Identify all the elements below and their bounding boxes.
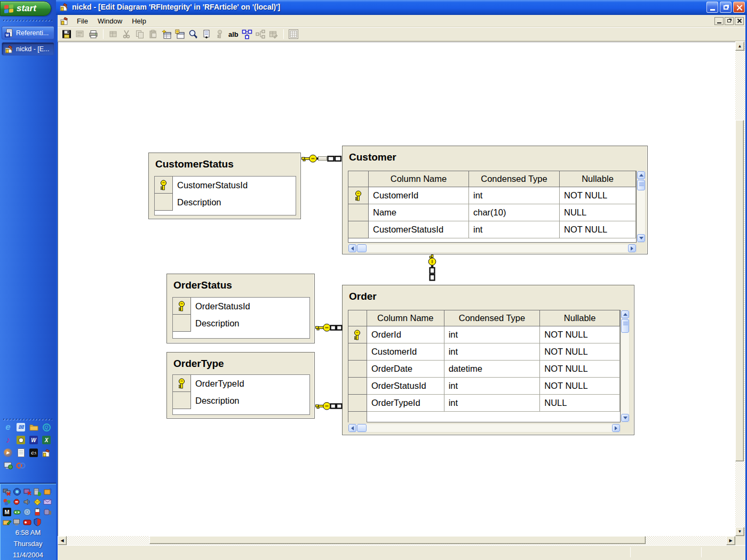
save-icon[interactable] — [61, 28, 73, 40]
tray-game-icon[interactable] — [13, 508, 21, 516]
tray-sync-folder-icon[interactable] — [43, 487, 52, 496]
paste-icon[interactable] — [147, 28, 159, 40]
diagram-canvas[interactable]: CustomerStatus CustomerStatusId Descript… — [58, 42, 735, 536]
tray-ati-icon[interactable] — [23, 518, 31, 526]
scroll-right-button[interactable] — [628, 244, 636, 252]
scroll-down-button[interactable] — [637, 234, 645, 242]
scrollbar-thumb[interactable] — [357, 244, 367, 252]
cell-nullable[interactable]: NOT NULL — [560, 187, 636, 204]
row-selector[interactable] — [348, 221, 369, 238]
table-row[interactable]: Name char(10) NULL — [348, 204, 636, 221]
row-selector-pk[interactable] — [348, 326, 367, 343]
table-customerstatus[interactable]: CustomerStatus CustomerStatusId Descript… — [148, 153, 301, 219]
table-customer[interactable]: Customer Column Name Condensed Type Null… — [342, 146, 648, 254]
clock-app-icon[interactable] — [15, 435, 26, 445]
dependencies-icon[interactable] — [255, 28, 266, 40]
script-icon[interactable] — [201, 28, 212, 40]
table-title[interactable]: Order — [349, 291, 377, 302]
cell-nullable[interactable]: NOT NULL — [540, 361, 620, 378]
mdi-minimize-button[interactable] — [714, 17, 724, 25]
modify-table-icon[interactable] — [268, 28, 280, 40]
table-title[interactable]: Customer — [349, 151, 396, 163]
column-name[interactable]: Description — [195, 392, 240, 409]
media-player-icon[interactable]: ▶ — [3, 447, 13, 458]
row-selector[interactable] — [348, 361, 367, 378]
tray-users-icon[interactable] — [3, 498, 11, 506]
scroll-up-button[interactable] — [621, 310, 629, 318]
print-icon[interactable] — [88, 28, 99, 40]
tray-messenger-icon[interactable]: M — [3, 508, 11, 516]
tray-mail-icon[interactable] — [43, 498, 52, 506]
table-horizontal-scrollbar[interactable] — [348, 244, 637, 253]
cell-column-name[interactable]: OrderTypeId — [367, 395, 444, 412]
table-title[interactable]: OrderStatus — [173, 279, 232, 291]
cell-column-name[interactable]: CustomerStatusId — [369, 221, 469, 238]
scroll-left-button[interactable] — [348, 244, 356, 252]
scroll-up-button[interactable] — [637, 171, 645, 179]
tray-cd-icon[interactable] — [23, 508, 31, 516]
cell-nullable[interactable]: NULL — [540, 395, 620, 412]
mdi-child-icon[interactable] — [60, 17, 69, 25]
word-icon[interactable]: W — [28, 435, 39, 445]
cell-nullable[interactable]: NOT NULL — [540, 326, 620, 343]
title-bar[interactable]: nickd - [Edit Diagram 'RFIntegrity' in '… — [56, 0, 747, 15]
relationship-ordertype-order[interactable] — [315, 402, 343, 411]
cell-nullable[interactable]: NULL — [560, 204, 636, 221]
primary-key-icon[interactable] — [214, 28, 226, 40]
visual-studio-icon[interactable] — [15, 460, 26, 471]
menu-file[interactable]: File — [72, 15, 93, 27]
mdi-restore-button[interactable] — [725, 17, 734, 25]
folder-icon[interactable] — [28, 422, 39, 433]
table-ordertype[interactable]: OrderType OrderTypeId Description — [166, 352, 315, 419]
cell-column-name[interactable]: CustomerId — [369, 187, 469, 204]
column-name[interactable]: CustomerStatusId — [177, 177, 248, 194]
row-selector-pk[interactable] — [155, 177, 173, 194]
table-order[interactable]: Order Column Name Condensed Type Nullabl… — [342, 285, 634, 435]
quicktime-icon[interactable]: Q — [41, 422, 52, 433]
relationships-icon[interactable] — [241, 28, 253, 40]
taskbar-button-referential[interactable]: Referenti... — [2, 26, 54, 39]
internet-explorer-icon[interactable]: e — [3, 422, 13, 433]
row-selector[interactable] — [348, 395, 367, 412]
scroll-left-button[interactable]: ◀ — [58, 536, 67, 545]
outlook-express-icon[interactable]: ✉ — [15, 422, 26, 433]
new-table-icon[interactable] — [161, 28, 172, 40]
music-player-icon[interactable]: ♪ — [3, 435, 13, 445]
row-selector[interactable] — [173, 315, 191, 332]
column-name[interactable]: Description — [195, 315, 240, 332]
table-vertical-scrollbar[interactable] — [637, 171, 646, 243]
cell-type[interactable]: int — [444, 343, 541, 361]
row-selector[interactable] — [348, 378, 367, 395]
row-selector-pk[interactable] — [173, 375, 191, 392]
tray-shield-icon[interactable] — [33, 518, 42, 526]
scrollbar-thumb[interactable] — [637, 180, 645, 190]
row-selector[interactable] — [155, 194, 173, 211]
quicklaunch-drag-handle[interactable] — [2, 418, 52, 421]
table-row[interactable]: OrderStatusId int NOT NULL — [348, 378, 620, 395]
table-row[interactable]: OrderDate datetime NOT NULL — [348, 361, 620, 378]
cell-type[interactable]: int — [469, 221, 560, 238]
table-row[interactable]: CustomerStatusId int NOT NULL — [348, 221, 636, 238]
table-title[interactable]: OrderType — [173, 358, 224, 370]
table-orderstatus[interactable]: OrderStatus OrderStatusId Description — [166, 274, 315, 343]
scrollbar-thumb[interactable] — [357, 424, 367, 432]
scroll-right-button[interactable]: ▶ — [726, 536, 735, 545]
taskbar-drag-handle[interactable] — [2, 19, 52, 22]
tray-battery-icon[interactable] — [33, 508, 42, 516]
excel-icon[interactable]: X — [41, 435, 52, 445]
tray-folder-pencil-icon[interactable] — [3, 518, 11, 526]
show-table-icon[interactable] — [107, 28, 119, 40]
cell-column-name[interactable]: OrderId — [367, 326, 444, 343]
tray-server-icon[interactable] — [33, 487, 42, 496]
cell-nullable[interactable]: NOT NULL — [540, 343, 620, 361]
properties-icon[interactable] — [74, 28, 86, 40]
add-table-icon[interactable] — [174, 28, 186, 40]
cell-column-name[interactable]: Name — [369, 204, 469, 221]
cell-nullable[interactable]: NOT NULL — [560, 221, 636, 238]
copy-icon[interactable] — [134, 28, 146, 40]
start-button[interactable]: start — [0, 1, 51, 16]
tray-diamond-icon[interactable] — [33, 498, 42, 506]
tray-device-icon[interactable] — [43, 508, 52, 516]
tray-display-error-icon[interactable] — [23, 487, 31, 496]
taskbar-button-nickd[interactable]: nickd - [E... — [2, 42, 54, 55]
